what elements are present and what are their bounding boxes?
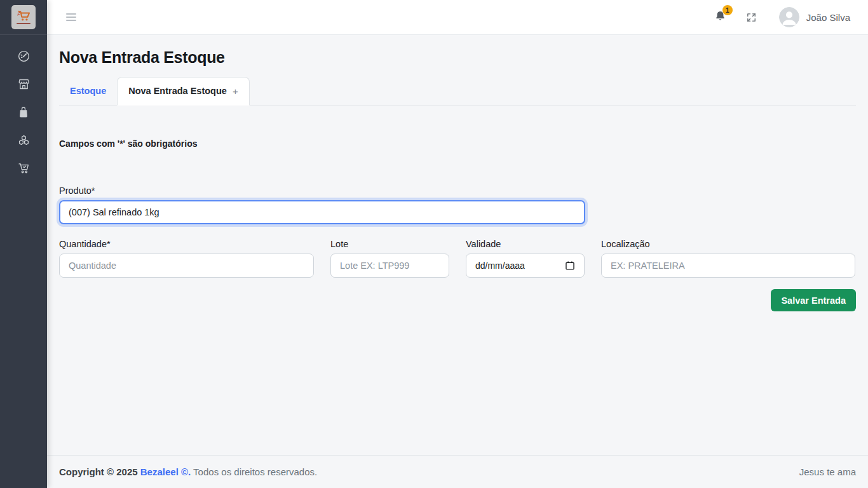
logo-cart-icon	[17, 10, 31, 22]
fullscreen-button[interactable]	[745, 11, 757, 24]
storefront-icon	[17, 78, 31, 91]
quantidade-input[interactable]	[59, 254, 314, 278]
footer-message: Jesus te ama	[799, 466, 856, 477]
quantidade-field-group: Quantidade*	[59, 239, 314, 278]
dashboard-gauge-icon	[17, 50, 31, 63]
validade-date-input[interactable]: dd/mm/aaaa	[466, 254, 585, 278]
sidebar	[0, 0, 47, 488]
app-root: 1 João Silva	[0, 0, 868, 488]
notification-badge: 1	[722, 5, 733, 15]
validade-field-group: Validade dd/mm/aaaa	[466, 239, 585, 278]
tab-label: Nova Entrada Estoque	[128, 85, 227, 97]
tab-estoque[interactable]: Estoque	[59, 78, 117, 105]
cart-check-icon	[17, 161, 31, 175]
form-actions: Salvar Entrada	[59, 289, 856, 311]
produto-field-group: Produto*	[59, 186, 585, 224]
sidebar-nav	[0, 35, 47, 175]
menu-toggle-button[interactable]	[65, 11, 78, 24]
save-entry-button[interactable]: Salvar Entrada	[771, 289, 856, 311]
tab-bar: Estoque Nova Entrada Estoque +	[59, 77, 856, 105]
sidebar-item-orders[interactable]	[11, 161, 36, 175]
sidebar-item-store[interactable]	[11, 77, 36, 91]
avatar[interactable]	[779, 7, 799, 27]
packages-cluster-icon	[17, 133, 31, 147]
copyright-text: Copyright © 2025 Bezaleel ©. Todos os di…	[59, 466, 317, 477]
page-content: Nova Entrada Estoque Estoque Nova Entrad…	[47, 35, 868, 455]
navbar-right-group: 1 João Silva	[714, 7, 850, 27]
brand-link[interactable]: Bezaleel ©.	[140, 466, 191, 477]
stock-entry-form: Produto* Quantidade* Lote Validade	[59, 186, 856, 311]
required-fields-note: Campos com '*' são obrigatórios	[59, 139, 856, 149]
lote-field-group: Lote	[330, 239, 449, 278]
logo-wordmark	[17, 23, 31, 24]
localizacao-label: Localização	[601, 239, 855, 249]
user-name[interactable]: João Silva	[806, 12, 850, 23]
notifications-button[interactable]: 1	[714, 10, 726, 25]
top-navbar: 1 João Silva	[47, 0, 868, 35]
date-format-hint: dd/mm/aaaa	[475, 261, 525, 271]
sidebar-item-inventory[interactable]	[11, 133, 36, 147]
validade-label: Validade	[466, 239, 585, 249]
main-column: 1 João Silva	[47, 0, 868, 488]
copyright-suffix: Todos os direitos reservados.	[193, 466, 317, 477]
localizacao-input[interactable]	[601, 254, 855, 278]
user-silhouette-icon	[779, 7, 799, 27]
page-title: Nova Entrada Estoque	[59, 48, 856, 67]
fullscreen-expand-icon	[745, 11, 757, 24]
localizacao-field-group: Localização	[601, 239, 855, 278]
sidebar-item-dashboard[interactable]	[11, 49, 36, 63]
produto-label: Produto*	[59, 186, 585, 196]
copyright-prefix: Copyright © 2025	[59, 466, 138, 477]
lote-label: Lote	[330, 239, 449, 249]
quantidade-label: Quantidade*	[59, 239, 314, 249]
produto-input[interactable]	[59, 200, 585, 224]
brand-logo-image	[11, 5, 36, 29]
plus-icon: +	[233, 85, 238, 97]
shopping-bag-icon	[17, 105, 30, 119]
calendar-icon[interactable]	[565, 261, 575, 271]
brand-logo[interactable]	[0, 0, 47, 35]
form-row: Quantidade* Lote Validade dd/mm/aaaa	[59, 239, 856, 278]
lote-input[interactable]	[330, 254, 449, 278]
sidebar-item-products[interactable]	[11, 105, 36, 119]
tab-nova-entrada-estoque[interactable]: Nova Entrada Estoque +	[117, 77, 249, 105]
menu-icon	[66, 13, 76, 15]
page-footer: Copyright © 2025 Bezaleel ©. Todos os di…	[47, 455, 868, 488]
